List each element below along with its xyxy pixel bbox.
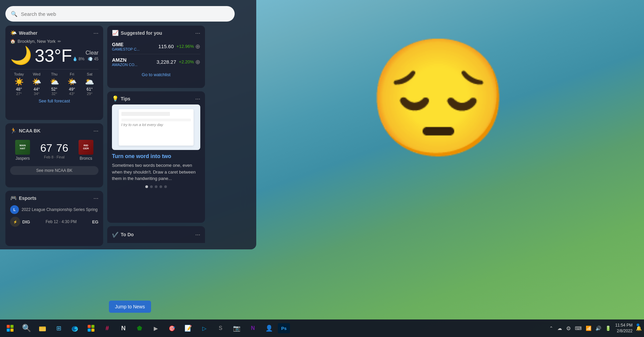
todo-more-button[interactable]: ··· (195, 232, 200, 238)
wifi-icon[interactable]: 📶 (585, 325, 592, 332)
esports-more-button[interactable]: ··· (93, 195, 98, 201)
notification-icon: 🔔 (636, 326, 642, 331)
ncaa-more-button[interactable]: ··· (93, 128, 98, 134)
team-dig: ⚡ DIG (10, 217, 30, 227)
tray-chevron[interactable]: ⌃ (548, 325, 554, 332)
tips-dot-2[interactable] (150, 185, 153, 188)
tips-handwriting-text: I try to run a lot every day (121, 123, 191, 127)
esports-widget: 🎮 Esports ··· L 2022 League Championship… (5, 191, 103, 246)
taskbar: 🔍 ⊞ # N ⬟ (0, 319, 644, 337)
people-button[interactable]: 👤 (262, 321, 276, 336)
gme-change: +12.96% (176, 44, 194, 49)
jump-to-news-button[interactable]: Jump to News (109, 301, 151, 313)
tips-card-title: Turn one word into two (112, 153, 200, 159)
keyboard-icon[interactable]: ⌨ (574, 325, 583, 332)
gme-price: 115.60 (158, 43, 174, 49)
tips-dot-3[interactable] (155, 185, 157, 188)
stocks-widget: 📈 Suggested for you ··· GME GAMESTOP C..… (107, 26, 205, 88)
widgets-right-column: 📈 Suggested for you ··· GME GAMESTOP C..… (107, 26, 205, 246)
tips-dot-1[interactable] (145, 185, 148, 188)
weather-forecast: Today ☀️ 48° 27° Wed 🌤️ 44° 34° Thu (10, 69, 98, 96)
taskbar-system-tray: ⌃ ☁ ⚙ ⌨ 📶 🔊 🔋 11:54 PM 2/8/2022 🔔 (548, 321, 641, 335)
gog-button[interactable]: 🎯 (165, 321, 179, 336)
weather-condition-icon: 🌙 (10, 45, 32, 66)
widgets-button[interactable]: ⊞ (51, 321, 66, 336)
see-full-forecast-link[interactable]: See full forecast (10, 98, 98, 103)
weather-condition-label: Clear (72, 50, 98, 56)
amzn-add-button[interactable]: ⊕ (195, 58, 200, 66)
file-explorer-button[interactable] (35, 321, 50, 336)
weather-main: 🌙 33°F Clear 💧 8% 💨 45 (10, 45, 98, 66)
search-bar[interactable]: 🔍 (5, 6, 235, 22)
svg-rect-3 (88, 325, 91, 328)
playnite-button[interactable]: ▶ (148, 321, 163, 336)
weather-details: 💧 8% 💨 45 (72, 57, 98, 61)
stocks-title: Suggested for you (121, 30, 162, 36)
esports-match-row: ⚡ DIG Feb 12 · 4:30 PM EG (10, 215, 98, 228)
windows-logo (7, 325, 13, 332)
gme-company: GAMESTOP C... (112, 47, 140, 51)
photoshop-button[interactable]: Ps (278, 323, 290, 333)
team-jaspers: MANHAT Jaspers (15, 140, 30, 161)
search-icon: 🔍 (11, 11, 18, 17)
league-name: 2022 League Championship Series Spring (22, 207, 98, 212)
search-input[interactable] (21, 11, 229, 17)
ncaa-title: NCAA BK (19, 128, 40, 133)
battery-icon[interactable]: 🔋 (604, 325, 612, 332)
tips-card-body: Sometimes two words become one, even whe… (112, 162, 200, 182)
see-more-ncaa-link[interactable]: See more NCAA BK (10, 166, 98, 175)
weather-icon: 🌤️ (10, 30, 17, 36)
forecast-fri: Fri 🌤️ 49° 43° (63, 72, 81, 96)
ncaa-icon: 🏃 (10, 127, 17, 134)
dig-label: DIG (22, 219, 30, 224)
onenote-button[interactable]: N (245, 321, 260, 336)
photo-button[interactable]: 📷 (229, 321, 244, 336)
onedrive-icon[interactable]: ☁ (556, 325, 563, 332)
store-button[interactable] (84, 321, 98, 336)
forecast-sat: Sat 🌥️ 61° 29° (81, 72, 98, 96)
notion-button[interactable]: N (116, 321, 131, 336)
dig-logo: ⚡ (10, 217, 20, 227)
security-icon[interactable]: ⚙ (565, 325, 572, 332)
tips-more-button[interactable]: ··· (195, 96, 200, 102)
eg-label: EG (92, 219, 98, 224)
widgets-left-column: 🌤️ Weather ··· 🏠 Brooklyn, New York ✏ 🌙 … (5, 26, 103, 246)
store-icon (87, 325, 95, 332)
esports-title: Esports (19, 195, 36, 201)
weather-temperature: 33°F (35, 45, 72, 66)
tips-title: Tips (121, 96, 130, 101)
forecast-thu: Thu ⛅ 52° 32° (46, 72, 63, 96)
volume-icon[interactable]: 🔊 (594, 325, 602, 332)
weather-more-button[interactable]: ··· (93, 30, 98, 36)
broncs-logo: RIDGER (79, 140, 93, 155)
tips-preview: I try to run a lot every day (112, 104, 200, 150)
esports-league-item: L 2022 League Championship Series Spring (10, 204, 98, 215)
notes-button[interactable]: 📝 (181, 321, 196, 336)
xbox-button[interactable]: ⬟ (132, 321, 147, 336)
league-icon: L (10, 205, 19, 214)
playon-button[interactable]: ▷ (197, 321, 212, 336)
gme-add-button[interactable]: ⊕ (195, 43, 200, 50)
edge-button[interactable] (67, 321, 82, 336)
team-broncs: RIDGER Broncs (79, 140, 93, 161)
go-watchlist-link[interactable]: Go to watchlist (112, 72, 200, 77)
start-button[interactable] (3, 321, 18, 336)
search-taskbar-button[interactable]: 🔍 (19, 321, 34, 336)
notification-center[interactable]: 🔔 (636, 321, 641, 335)
stocks-more-button[interactable]: ··· (195, 30, 200, 36)
tips-widget: 💡 Tips ··· I try to run a lot every day … (107, 91, 205, 223)
tips-icon: 💡 (112, 95, 119, 102)
tips-carousel-dots (112, 185, 200, 188)
tips-dot-4[interactable] (159, 185, 162, 188)
tips-dot-5[interactable] (164, 185, 167, 188)
esports-icon: 🎮 (10, 195, 17, 201)
slack-button[interactable]: # (100, 321, 115, 336)
edit-location-icon[interactable]: ✏ (58, 39, 61, 44)
team1-score: 67 (40, 142, 52, 154)
game-info: Feb 8 · Final (40, 155, 68, 159)
clock-date: 2/8/2022 (615, 328, 633, 334)
stock-gme-row: GME GAMESTOP C... 115.60 +12.96% ⊕ (112, 39, 200, 54)
amzn-ticker: AMZN (112, 57, 138, 63)
system-clock[interactable]: 11:54 PM 2/8/2022 (614, 323, 634, 334)
wacom-button[interactable]: S (213, 321, 228, 336)
